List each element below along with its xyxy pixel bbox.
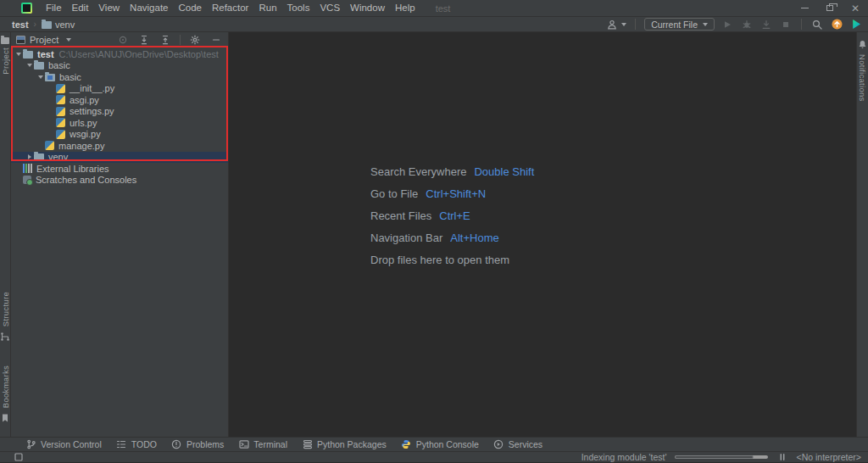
- shortcut-keys: Ctrl+Shift+N: [426, 187, 486, 200]
- search-everywhere-icon[interactable]: [810, 18, 824, 31]
- stop-button[interactable]: [779, 18, 793, 31]
- expand-all-icon[interactable]: [137, 33, 151, 47]
- minimize-icon: [801, 8, 809, 8]
- breadcrumb-separator-icon: ›: [34, 20, 36, 29]
- menu-refactor[interactable]: Refactor: [207, 0, 253, 16]
- tool-tab-project[interactable]: Project: [1, 32, 10, 80]
- progress-fill: [675, 455, 754, 459]
- tool-tab-notifications[interactable]: Notifications: [856, 32, 868, 107]
- window-title: test: [436, 3, 451, 14]
- editor-shortcut-hints: Search EverywhereDouble ShiftGo to FileC…: [370, 161, 534, 271]
- tool-window-switcher-icon[interactable]: [12, 450, 25, 463]
- learn-pycharm-icon[interactable]: [849, 18, 863, 31]
- toolbar-right-actions: Current File: [605, 18, 863, 31]
- update-available-icon[interactable]: [830, 18, 843, 31]
- chevron-down-icon[interactable]: [25, 64, 34, 67]
- menu-help[interactable]: Help: [390, 0, 420, 16]
- chevron-right-icon[interactable]: [25, 154, 34, 159]
- package-folder-icon: [45, 74, 55, 81]
- tree-item-asgi-py[interactable]: asgi.py: [11, 94, 228, 106]
- python-icon: [401, 439, 412, 450]
- settings-gear-icon[interactable]: [188, 33, 202, 47]
- tool-tab-services[interactable]: Services: [493, 439, 542, 450]
- python-file-icon: [45, 141, 54, 150]
- vcs-user-icon[interactable]: [605, 18, 619, 31]
- status-bar: Indexing module 'test' <No interpreter>: [0, 451, 868, 462]
- tool-tab-label: Structure: [1, 292, 10, 326]
- menu-vcs[interactable]: VCS: [314, 0, 345, 16]
- menu-code[interactable]: Code: [173, 0, 207, 16]
- close-button[interactable]: ✕: [843, 0, 868, 16]
- folder-icon: [34, 62, 44, 70]
- toolbar-divider: [801, 19, 802, 30]
- pycharm-logo-icon: [21, 3, 32, 14]
- run-button[interactable]: [721, 18, 734, 31]
- tree-item-manage-py[interactable]: manage.py: [11, 140, 228, 152]
- navigation-toolbar: test › venv Current File: [0, 17, 868, 32]
- tool-tab-terminal[interactable]: Terminal: [238, 439, 287, 450]
- pause-indexing-icon[interactable]: [776, 450, 789, 463]
- tree-item-test[interactable]: testC:\Users\ANUJ\OneDrive\Desktop\test: [11, 48, 228, 60]
- chevron-down-icon: [703, 23, 708, 26]
- tool-tab-structure[interactable]: Structure: [0, 287, 12, 349]
- menu-edit[interactable]: Edit: [67, 0, 94, 16]
- services-icon: [493, 439, 504, 450]
- tool-tab-python-packages[interactable]: Python Packages: [302, 439, 387, 450]
- title-bar: FileEditViewNavigateCodeRefactorRunTools…: [0, 0, 868, 17]
- menu-run[interactable]: Run: [253, 0, 281, 16]
- hide-panel-icon[interactable]: [209, 33, 223, 47]
- project-tab-icon: [1, 37, 9, 44]
- tree-item-label: venv: [48, 152, 68, 162]
- tree-item-basic[interactable]: basic: [11, 60, 228, 72]
- locate-file-icon[interactable]: [116, 33, 130, 47]
- tree-item-urls-py[interactable]: urls.py: [11, 117, 228, 129]
- tree-item-scratches-and-consoles[interactable]: Scratches and Consoles: [11, 175, 228, 187]
- interpreter-status[interactable]: <No interpreter>: [797, 452, 861, 462]
- menu-tools[interactable]: Tools: [282, 0, 315, 16]
- project-tree: testC:\Users\ANUJ\OneDrive\Desktop\testb…: [11, 47, 228, 437]
- shortcut-keys: Double Shift: [474, 165, 534, 178]
- debug-button[interactable]: [740, 18, 754, 31]
- breadcrumb-folder[interactable]: venv: [55, 20, 75, 30]
- close-icon: ✕: [851, 3, 860, 14]
- shortcut-hint-row: Go to FileCtrl+Shift+N: [370, 183, 534, 205]
- tree-item-basic[interactable]: basic: [11, 71, 228, 83]
- bottom-tool-window-bar: Version ControlTODOProblemsTerminalPytho…: [0, 437, 868, 451]
- tree-item-label: asgi.py: [70, 95, 99, 105]
- tool-tab-todo[interactable]: TODO: [116, 439, 157, 450]
- shortcut-keys: Ctrl+E: [439, 209, 470, 222]
- pycharm-window: FileEditViewNavigateCodeRefactorRunTools…: [0, 0, 868, 463]
- chevron-down-icon[interactable]: [66, 38, 71, 42]
- branch-icon: [25, 439, 36, 450]
- menu-navigate[interactable]: Navigate: [125, 0, 173, 16]
- tree-item-external-libraries[interactable]: External Libraries: [11, 163, 228, 175]
- tool-tab-python-console[interactable]: Python Console: [401, 439, 479, 450]
- shortcut-keys: Alt+Home: [450, 232, 498, 244]
- tool-tab-problems[interactable]: Problems: [171, 439, 224, 450]
- chevron-down-icon[interactable]: [36, 75, 45, 79]
- tool-tab-label: Python Packages: [317, 439, 387, 449]
- maximize-button[interactable]: [817, 0, 843, 16]
- todo-icon: [116, 439, 127, 450]
- project-panel-header: Project: [11, 32, 228, 47]
- bell-icon: [856, 37, 868, 51]
- run-coverage-button[interactable]: [760, 18, 773, 31]
- tree-item-init-py[interactable]: __init__.py: [11, 83, 228, 95]
- menu-window[interactable]: Window: [345, 0, 390, 16]
- menu-file[interactable]: File: [41, 0, 67, 16]
- menu-view[interactable]: View: [93, 0, 125, 16]
- tree-item-venv[interactable]: venv: [11, 152, 228, 164]
- chevron-down-icon[interactable]: [14, 53, 23, 56]
- collapse-all-icon[interactable]: [159, 33, 172, 47]
- breadcrumb-project[interactable]: test: [12, 20, 29, 30]
- run-configuration-select[interactable]: Current File: [644, 18, 715, 31]
- editor-area[interactable]: Search EverywhereDouble ShiftGo to FileC…: [229, 32, 856, 437]
- tool-tab-bookmarks[interactable]: Bookmarks: [0, 360, 12, 430]
- shortcut-hint-row: Search EverywhereDouble Shift: [370, 161, 534, 183]
- tree-item-settings-py[interactable]: settings.py: [11, 106, 228, 118]
- tree-item-label: basic: [48, 60, 70, 70]
- minimize-button[interactable]: [792, 0, 817, 16]
- project-panel-title[interactable]: Project: [30, 35, 58, 45]
- tree-item-wsgi-py[interactable]: wsgi.py: [11, 129, 228, 141]
- tool-tab-version-control[interactable]: Version Control: [25, 439, 102, 450]
